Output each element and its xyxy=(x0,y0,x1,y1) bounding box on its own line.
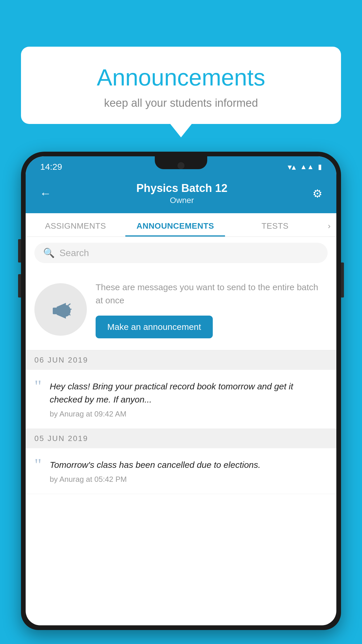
tab-more[interactable]: › xyxy=(325,213,336,237)
phone-frame: 14:29 ▾▴ ▲▲ ▮ ← Physics Batch 12 Owner ⚙… xyxy=(21,152,341,630)
announcement-empty-description: These are messages you want to send to t… xyxy=(96,281,328,307)
volume-up-button xyxy=(18,239,21,262)
announcement-text-1: Hey class! Bring your practical record b… xyxy=(50,380,328,406)
announcement-empty-right: These are messages you want to send to t… xyxy=(96,281,328,338)
announcement-icon-circle xyxy=(34,283,87,336)
battery-icon: ▮ xyxy=(318,163,322,171)
wifi-icon: ▾▴ xyxy=(288,162,296,172)
megaphone-icon xyxy=(48,296,74,323)
date-separator-1: 06 JUN 2019 xyxy=(26,350,336,370)
make-announcement-button[interactable]: Make an announcement xyxy=(96,316,213,338)
announcement-content-1: Hey class! Bring your practical record b… xyxy=(50,380,328,419)
tab-assignments[interactable]: ASSIGNMENTS xyxy=(26,213,125,237)
speech-bubble-subtitle: keep all your students informed xyxy=(44,97,318,109)
header-title: Physics Batch 12 xyxy=(136,182,228,195)
search-bar[interactable]: 🔍 Search xyxy=(34,243,328,263)
volume-down-button xyxy=(18,274,21,298)
power-button xyxy=(341,262,344,298)
announcement-meta-1: by Anurag at 09:42 AM xyxy=(50,410,328,419)
tab-bar: ASSIGNMENTS ANNOUNCEMENTS TESTS › xyxy=(26,213,336,237)
header-center: Physics Batch 12 Owner xyxy=(136,182,228,205)
speech-bubble-title: Announcements xyxy=(44,64,318,91)
phone-notch xyxy=(155,156,207,169)
tab-announcements[interactable]: ANNOUNCEMENTS xyxy=(125,213,225,237)
svg-line-4 xyxy=(68,309,71,309)
announcement-empty-state: These are messages you want to send to t… xyxy=(26,269,336,350)
app-header: ← Physics Batch 12 Owner ⚙ xyxy=(26,175,336,213)
status-icons: ▾▴ ▲▲ ▮ xyxy=(288,162,322,172)
announcement-meta-2: by Anurag at 05:42 PM xyxy=(50,475,328,484)
settings-button[interactable]: ⚙ xyxy=(310,185,325,202)
speech-bubble-section: Announcements keep all your students inf… xyxy=(21,47,341,124)
announcement-item-1[interactable]: " Hey class! Bring your practical record… xyxy=(26,370,336,429)
quote-icon-2: " xyxy=(34,456,42,473)
phone-screen: 14:29 ▾▴ ▲▲ ▮ ← Physics Batch 12 Owner ⚙… xyxy=(26,156,336,625)
back-button[interactable]: ← xyxy=(37,185,54,202)
phone-camera xyxy=(178,162,184,169)
speech-bubble-card: Announcements keep all your students inf… xyxy=(21,47,341,124)
announcement-text-2: Tomorrow's class has been cancelled due … xyxy=(50,458,328,471)
search-container: 🔍 Search xyxy=(26,237,336,269)
signal-icon: ▲▲ xyxy=(300,163,314,171)
announcement-content-2: Tomorrow's class has been cancelled due … xyxy=(50,458,328,484)
date-separator-2: 05 JUN 2019 xyxy=(26,429,336,448)
phone-mockup: 14:29 ▾▴ ▲▲ ▮ ← Physics Batch 12 Owner ⚙… xyxy=(21,152,341,644)
tab-tests[interactable]: TESTS xyxy=(225,213,325,237)
announcement-item-2[interactable]: " Tomorrow's class has been cancelled du… xyxy=(26,448,336,494)
search-icon: 🔍 xyxy=(43,247,55,258)
svg-line-3 xyxy=(68,304,70,305)
header-subtitle: Owner xyxy=(136,196,228,205)
search-placeholder: Search xyxy=(59,248,89,258)
status-time: 14:29 xyxy=(40,162,62,172)
svg-rect-2 xyxy=(53,308,57,314)
quote-icon-1: " xyxy=(34,377,42,395)
